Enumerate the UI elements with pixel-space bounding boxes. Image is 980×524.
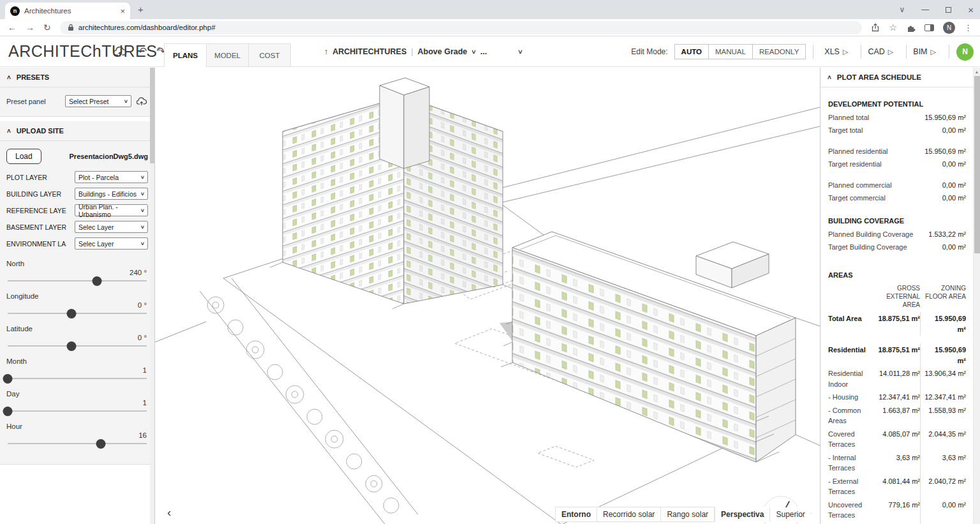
slider-track[interactable] [8,345,147,347]
browser-tab[interactable]: n Architechtures × [5,3,130,19]
export-button[interactable]: CAD ▷ [864,47,897,56]
project-name[interactable]: ARCHITECHTURES [332,47,406,56]
user-avatar[interactable]: N [956,43,974,61]
main-tab[interactable]: PLANS [164,43,207,67]
layer-label: PLOT LAYER [6,174,75,181]
row-value: 15.950,69 m² [924,146,966,157]
view-mode-button[interactable]: Recorrido solar [597,507,661,522]
slider-track[interactable] [8,410,147,412]
export-button[interactable]: BIM ▷ [909,47,940,56]
collapse-icon[interactable]: ˄ [7,128,11,135]
area-zfa-value: 2.044,35 m² [920,428,966,451]
layer-select[interactable]: Selec Layer ˅ [75,221,148,233]
row-label: Target commercial [828,193,942,204]
view-mode-button[interactable]: Rango solar [660,507,715,522]
schedule-row: Planned residential 15.950,69 m² [828,145,966,158]
area-gea-value: 14.011,28 m² [872,367,920,391]
new-tab-button[interactable]: + [138,4,144,15]
site-3d-view[interactable] [155,68,820,524]
window-minimize-button[interactable]: — [921,5,929,14]
cloud-upload-icon[interactable] [114,45,128,57]
preset-select[interactable]: Select Preset ˅ [65,95,131,107]
main-tab[interactable]: COST [248,43,291,67]
sidebar-scrollbar[interactable] [150,68,154,524]
camera-mode-button[interactable]: Superior [769,507,810,521]
area-zfa-value: 15.950,69 m² [920,343,966,367]
camera-mode-button[interactable]: Perspectiva [715,507,769,521]
plot-area-schedule-panel: ˄ PLOT AREA SCHEDULE DEVELOPMENT POTENTI… [820,68,980,524]
export-label: XLS [824,47,840,56]
schedule-scrollbar[interactable]: ▲ [973,68,980,524]
upload-preset-icon[interactable] [137,96,148,106]
upload-site-title: UPLOAD SITE [17,127,64,135]
edit-mode-button[interactable]: AUTO [674,44,709,59]
edit-mode-button[interactable]: MANUAL [708,44,753,59]
export-button[interactable]: XLS ▷ [820,47,852,56]
window-restore-button[interactable] [946,7,951,13]
tab-search-icon[interactable]: ∨ [899,5,905,14]
chevron-down-icon[interactable]: ˅ [471,48,475,56]
window-close-button[interactable]: × [968,4,974,15]
schedule-row: Target residential 0,00 m² [828,158,966,170]
schedule-row: Planned Building Coverage 1.533,22 m² [828,228,966,241]
chevron-down-icon[interactable]: ˅ [518,48,522,56]
area-label: Uncovered Terraces [828,498,872,522]
back-icon[interactable]: ← [8,23,17,32]
area-gea-value: 1.663,87 m² [872,404,920,428]
slider-track[interactable] [8,280,147,281]
slider-label: Day [6,390,148,398]
address-bar[interactable]: architechtures.com/dashboard/editor.php# [60,21,863,34]
browser-menu-icon[interactable]: ⋮ [964,23,972,33]
upload-arrow-icon[interactable]: ↑ [324,47,328,56]
tab-close-icon[interactable]: × [120,6,125,16]
slider-track[interactable] [8,313,147,314]
area-zfa-value: 1.558,93 m² [920,404,966,428]
browser-profile-avatar[interactable]: N [943,22,955,34]
slider-thumb[interactable] [67,341,77,351]
collapse-icon[interactable]: ˄ [7,74,11,81]
building-coverage-rows: Planned Building Coverage 1.533,22 m² Ta… [828,228,966,253]
browser-toolbar: ← → ↻ architechtures.com/dashboard/edito… [0,19,980,36]
slider-label: Longitude [6,292,148,300]
panel-collapse-left-icon[interactable]: ‹ [167,505,171,520]
reload-icon[interactable]: ↻ [43,23,51,32]
breadcrumb-separator: | [411,47,413,56]
slider-value: 0 ° [6,301,147,309]
layer-select[interactable]: Urban Plan. - Urbanismo ˅ [75,204,148,216]
row-label: Planned residential [828,146,924,157]
scroll-thumb[interactable] [974,76,980,253]
layer-select[interactable]: Buildings - Edificios ˅ [75,188,148,200]
undo-icon[interactable]: ↶ [138,45,147,58]
layer-select[interactable]: Selec Layer ˅ [75,237,148,250]
level-selector[interactable]: Above Grade [417,47,467,56]
layer-select[interactable]: Plot - Parcela ˅ [75,171,148,183]
row-label: Target total [828,125,942,136]
extensions-icon[interactable] [906,23,916,33]
load-button[interactable]: Load [6,149,41,164]
view-mode-button[interactable]: Entorno [555,507,597,522]
export-label: CAD [868,47,884,56]
slider-thumb[interactable] [67,309,77,318]
slider-track[interactable] [8,443,147,444]
forward-icon[interactable]: → [26,23,34,32]
slider-thumb[interactable] [3,374,13,384]
slider-track[interactable] [8,378,147,379]
main-tab[interactable]: MODEL [206,43,249,67]
viewport[interactable]: ‹ › Entorno Recorrido solar Rango solar … [155,68,820,524]
breadcrumb-more[interactable]: ... [480,47,487,56]
slider-thumb[interactable] [3,407,13,416]
area-gea-value: 4.081,44 m² [872,475,920,498]
scroll-up-icon[interactable]: ▲ [974,68,980,74]
collapse-icon[interactable]: ˄ [828,74,831,81]
slider-thumb[interactable] [96,439,106,449]
edit-mode-button[interactable]: READONLY [752,44,806,59]
area-zfa-value: 15.950,69 m² [920,312,966,336]
schedule-row: Target commercial 0,00 m² [828,191,966,204]
slider-thumb[interactable] [92,276,101,286]
chevron-down-icon: ˅ [124,98,128,105]
share-icon[interactable] [871,23,880,32]
layer-row: BASEMENT LAYER Selec Layer ˅ [6,221,148,233]
presets-title: PRESETS [17,73,49,81]
bookmark-star-icon[interactable]: ☆ [889,22,897,33]
side-panel-icon[interactable] [924,24,934,31]
